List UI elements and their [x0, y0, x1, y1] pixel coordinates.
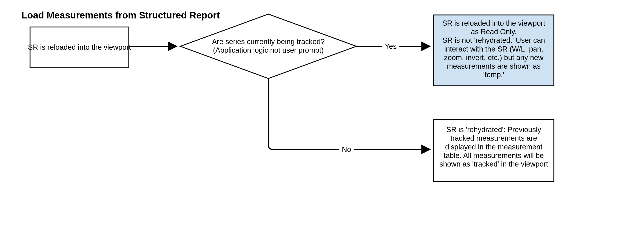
node-start: SR is reloaded into the viewport [28, 27, 131, 68]
node-yes-line6: measurements are shown as [447, 62, 540, 70]
node-no-line3: displayed in the measurement [445, 143, 542, 151]
node-start-text: SR is reloaded into the viewport [28, 43, 131, 51]
flowchart-canvas: Load Measurements from Structured Report… [0, 0, 644, 230]
node-yes-line7: 'temp.' [483, 71, 504, 79]
edge-decision-no [268, 78, 430, 150]
node-yes-line1: SR is reloaded into the viewport [442, 19, 545, 27]
node-decision-line1: Are series currently being tracked? [212, 38, 325, 46]
node-yes-line4: interact with the SR (W/L, pan, [444, 45, 543, 53]
edge-label-yes: Yes [385, 42, 397, 50]
node-decision: Are series currently being tracked? (App… [180, 14, 356, 78]
node-decision-line2: (Application logic not user prompt) [213, 46, 324, 54]
node-no-line4: table. All measurements will be [444, 152, 544, 160]
node-yes-line2: as Read Only. [471, 28, 517, 36]
node-no-result: SR is 'rehydrated': Previously tracked m… [434, 119, 554, 182]
node-no-line5: shown as 'tracked' in the viewport [440, 160, 548, 168]
diagram-title: Load Measurements from Structured Report [22, 10, 220, 20]
node-no-line2: tracked measurements are [450, 134, 537, 142]
node-yes-line5: zoom, invert, etc.) but any new [444, 54, 544, 62]
node-yes-result: SR is reloaded into the viewport as Read… [434, 15, 554, 86]
node-yes-line3: SR is not 'rehydrated.' User can [442, 36, 545, 44]
edge-label-no: No [342, 146, 351, 154]
node-no-line1: SR is 'rehydrated': Previously [446, 126, 541, 134]
